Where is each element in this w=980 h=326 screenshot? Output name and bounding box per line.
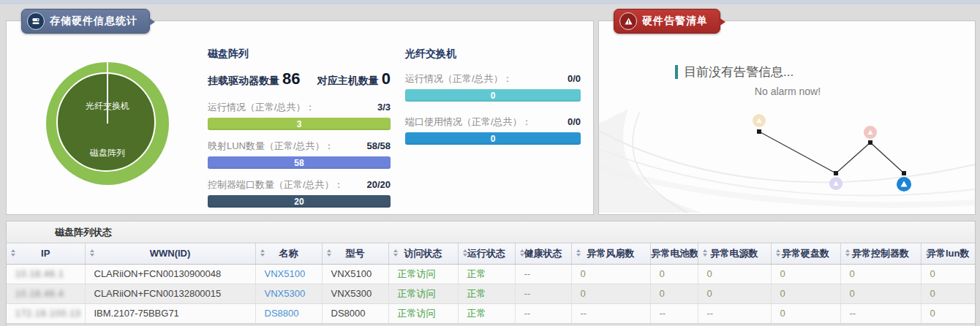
- cell-wwn: IBM.2107-75BBG71: [85, 303, 255, 323]
- cell-run-status: 正常: [458, 264, 515, 284]
- mapped-lun-bar: 58: [208, 156, 391, 169]
- mapped-hosts-counter: 对应主机数量 0: [317, 71, 391, 88]
- column-header-health-status[interactable]: 健康状态: [515, 243, 571, 264]
- cell-ip: 10.18.46.4: [7, 284, 85, 303]
- sort-icon[interactable]: [776, 249, 780, 257]
- no-alarm-message: 目前没有告警信息...: [675, 64, 794, 80]
- cell-abnormal-luns: 0: [921, 284, 975, 303]
- switch-port-usage-bar: 0: [405, 132, 581, 145]
- cell-name[interactable]: VNX5300: [255, 284, 322, 303]
- sort-icon[interactable]: [463, 249, 467, 257]
- cell-ip: 172.16.100.13: [7, 303, 85, 323]
- column-header-run-status[interactable]: 运行状态: [458, 243, 515, 264]
- sort-icon[interactable]: [11, 249, 15, 257]
- cell-access-status: 正常访问: [388, 284, 458, 303]
- mounted-drives-value: 86: [282, 71, 300, 87]
- cell-abnormal-controllers: --: [840, 303, 921, 323]
- disk-array-counters: 挂载驱动器数量 86 对应主机数量 0: [208, 71, 391, 88]
- mounted-drives-counter: 挂载驱动器数量 86: [208, 71, 300, 88]
- cell-wwn: CLARiiON+FCN00130900048: [85, 264, 255, 284]
- disk-array-section-title: 磁盘阵列: [208, 48, 391, 61]
- column-header-abnormal-fans[interactable]: 异常风扇数: [571, 243, 650, 264]
- disk-run-status-label: 运行情况（正常/总共）：: [208, 101, 315, 114]
- disk-array-status-table: IP WWN(ID) 名称 型号 访问状态 运行状态 健康状态 异常风扇数 异常…: [7, 243, 975, 324]
- cell-abnormal-disks: 0: [771, 264, 840, 284]
- sort-icon[interactable]: [926, 249, 930, 257]
- no-alarm-text-cn: 目前没有告警信息...: [684, 64, 794, 80]
- cell-abnormal-batteries: 0: [650, 284, 698, 303]
- cell-health-status: --: [515, 303, 571, 323]
- controller-ports-ratio: 20/20: [366, 179, 391, 190]
- column-header-abnormal-batteries[interactable]: 异常电池数: [650, 243, 698, 264]
- storage-info-panel: 存储硬件信息统计 光纤交换机 磁盘阵列 磁盘阵列 挂载驱动器数量 86 对应主机…: [6, 20, 594, 215]
- disk-array-stats-section: 磁盘阵列 挂载驱动器数量 86 对应主机数量 0 运行情况（正常/总共）： 3/…: [208, 48, 391, 217]
- column-header-ip[interactable]: IP: [7, 243, 85, 264]
- column-header-wwn[interactable]: WWN(ID): [85, 243, 255, 264]
- device-name-link[interactable]: VNX5300: [265, 288, 306, 299]
- column-header-access-status[interactable]: 访问状态: [388, 243, 458, 264]
- switch-run-status-ratio: 0/0: [568, 73, 581, 84]
- sort-icon[interactable]: [703, 249, 707, 257]
- disk-array-status-panel: 磁盘阵列状态 IP WWN(ID) 名称 型号 访问状态 运行状态 健康状态 异…: [6, 221, 976, 326]
- sort-icon[interactable]: [655, 249, 660, 257]
- sort-icon[interactable]: [90, 249, 94, 257]
- cell-abnormal-controllers: 0: [840, 284, 921, 303]
- controller-ports-label: 控制器端口数量（正常/总共）：: [208, 178, 344, 192]
- alarm-severity-node-blue: [897, 177, 911, 192]
- disk-run-status-ratio: 3/3: [377, 102, 391, 113]
- table-row: 172.16.100.13 IBM.2107-75BBG71 DS8800 DS…: [7, 303, 975, 323]
- cell-run-status: 正常: [458, 284, 515, 303]
- cell-ip: 10.18.46.1: [7, 264, 85, 284]
- device-name-link[interactable]: VNX5100: [265, 268, 306, 279]
- column-header-abnormal-luns[interactable]: 异常lun数: [921, 243, 975, 264]
- alarm-severity-node-red: [864, 126, 877, 139]
- hardware-alarm-panel: 硬件告警清单 目前没有告警信息... No alarm now!: [598, 20, 976, 215]
- cell-run-status: 正常: [458, 303, 515, 323]
- cell-abnormal-batteries: --: [650, 303, 698, 323]
- controller-ports-bar: 20: [208, 195, 391, 208]
- column-header-abnormal-controllers[interactable]: 异常控制器数: [840, 243, 921, 264]
- cell-abnormal-luns: 0: [921, 264, 975, 284]
- table-row: 10.18.46.1 CLARiiON+FCN00130900048 VNX51…: [7, 264, 975, 284]
- sort-icon[interactable]: [260, 249, 265, 257]
- cell-abnormal-power: 0: [698, 284, 771, 303]
- sort-icon[interactable]: [576, 249, 581, 257]
- cell-wwn: CLARiiON+FCN00132800015: [85, 284, 255, 303]
- cell-abnormal-luns: 0: [921, 303, 975, 323]
- cell-abnormal-fans: --: [571, 303, 650, 323]
- sort-icon[interactable]: [393, 249, 398, 257]
- controller-ports-stat: 控制器端口数量（正常/总共）： 20/20 20: [208, 178, 391, 208]
- cell-abnormal-power: --: [698, 303, 771, 323]
- column-header-name[interactable]: 名称: [255, 243, 322, 264]
- disk-run-status-bar: 3: [208, 118, 391, 130]
- cell-abnormal-disks: 0: [771, 284, 840, 303]
- switch-port-usage-label: 端口使用情况（正常/总共）：: [405, 115, 532, 129]
- switch-run-status-label: 运行情况（正常/总共）：: [405, 72, 513, 86]
- alarm-panel-title: 硬件告警清单: [642, 15, 708, 28]
- cell-access-status: 正常访问: [388, 264, 458, 284]
- column-header-abnormal-power[interactable]: 异常电源数: [698, 243, 771, 264]
- alarm-severity-node-purple: [829, 177, 843, 190]
- cell-abnormal-controllers: 0: [840, 264, 921, 284]
- cell-name[interactable]: VNX5100: [255, 264, 322, 284]
- top-band: [0, 0, 980, 4]
- donut-label-disk-array: 磁盘阵列: [46, 147, 169, 159]
- sort-icon[interactable]: [845, 249, 850, 257]
- mounted-drives-label: 挂载驱动器数量: [208, 75, 279, 88]
- device-name-link[interactable]: DS8800: [265, 308, 299, 319]
- column-header-model[interactable]: 型号: [322, 243, 388, 264]
- cell-name[interactable]: DS8800: [255, 303, 322, 323]
- cell-abnormal-fans: 0: [571, 264, 650, 284]
- message-accent-bar: [675, 65, 678, 79]
- mapped-hosts-value: 0: [382, 71, 391, 87]
- alarm-panel-header-badge: 硬件告警清单: [614, 9, 720, 34]
- sort-icon[interactable]: [520, 249, 524, 257]
- storage-donut-chart: 光纤交换机 磁盘阵列: [46, 62, 169, 185]
- storage-panel-header-badge: 存储硬件信息统计: [21, 9, 150, 34]
- table-header-row: IP WWN(ID) 名称 型号 访问状态 运行状态 健康状态 异常风扇数 异常…: [7, 243, 975, 264]
- mapped-hosts-label: 对应主机数量: [317, 75, 379, 88]
- sort-icon[interactable]: [327, 249, 331, 257]
- cell-health-status: --: [515, 264, 571, 284]
- column-header-abnormal-disks[interactable]: 异常硬盘数: [771, 243, 840, 264]
- alarm-warning-icon: [619, 12, 637, 30]
